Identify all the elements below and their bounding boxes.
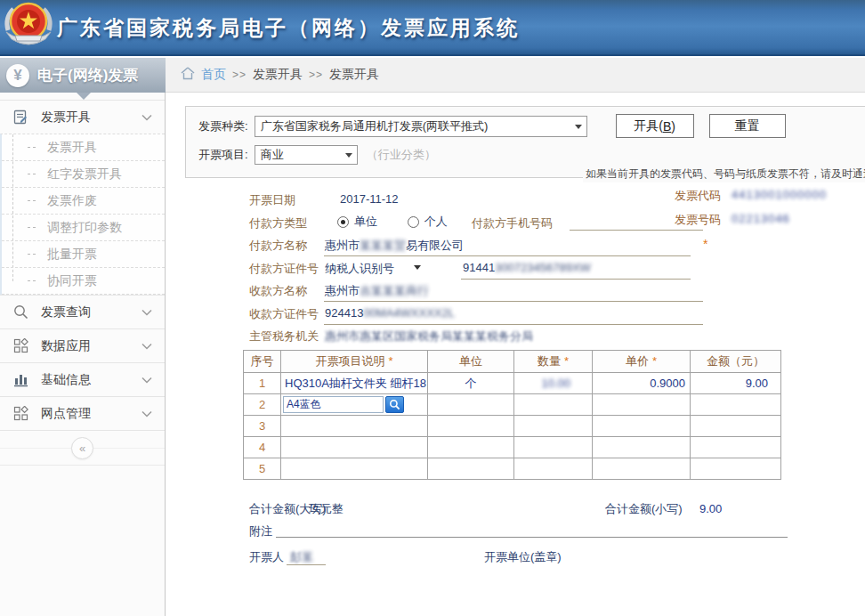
outlet-mgmt-icon xyxy=(13,406,31,421)
payer-name-input-underline[interactable] xyxy=(324,255,691,256)
basic-info-icon xyxy=(13,372,31,387)
invoice-type-label: 发票种类: xyxy=(198,118,248,134)
tree-tick xyxy=(28,227,36,228)
payee-id-label: 收款方证件号 xyxy=(249,306,319,322)
table-row: 1 HQ310A抽杆文件夹 细杆18 个 10.00 0.9000 9.00 xyxy=(244,373,781,394)
breadcrumb-level2[interactable]: 发票开具 xyxy=(329,67,379,83)
issuer-unit-label: 开票单位(盖章) xyxy=(484,549,562,565)
breadcrumb-level1[interactable]: 发票开具 xyxy=(253,67,303,83)
empty-cell xyxy=(593,458,691,480)
issuer-name-clear: 彭 xyxy=(290,550,302,563)
payer-id-clear: 91441 xyxy=(463,261,495,274)
required-asterisk: * xyxy=(564,354,569,368)
sidebar-group-label: 发票查询 xyxy=(41,304,141,320)
sidebar-group-label: 数据应用 xyxy=(41,338,141,354)
row-number: 4 xyxy=(244,437,281,458)
issuer-name-redacted: 某 xyxy=(302,550,313,563)
item-qty-redacted[interactable]: 10.00 xyxy=(514,373,593,394)
item-search-button[interactable] xyxy=(385,396,404,413)
payee-id-value[interactable]: 92441300MA4WXXXX2L xyxy=(325,306,455,320)
invoice-code-value-redacted: 4413001000000 xyxy=(732,188,827,201)
sidebar-nav: 发票开具 发票开具 红字发票开具 发票作废 调整打印参数 批量开票 协同开票 xyxy=(0,93,166,616)
sidebar-item-label: 发票开具 xyxy=(47,140,97,156)
main-content: 发票种类: 广东省国家税务局通用机打发票(两联平推式) 开具(B) 重置 开票项… xyxy=(166,93,865,616)
payer-phone-label: 付款方手机号码 xyxy=(472,215,553,231)
home-icon[interactable] xyxy=(181,67,195,83)
tree-tick xyxy=(28,174,36,174)
col-price: 单价* xyxy=(593,351,691,373)
issue-button-text: ) xyxy=(671,119,675,134)
col-unit: 单位 xyxy=(428,351,514,373)
yen-icon: ¥ xyxy=(6,64,29,87)
empty-cell xyxy=(593,394,691,416)
item-price[interactable]: 0.9000 xyxy=(593,373,691,394)
total-figures-value: 9.00 xyxy=(699,502,722,515)
issue-button[interactable]: 开具(B) xyxy=(616,114,694,138)
sidebar-group-invoice-query[interactable]: 发票查询 xyxy=(0,295,165,328)
issue-button-text: 开具( xyxy=(634,118,663,134)
payer-type-radio-unit[interactable]: 单位 xyxy=(337,214,377,230)
payer-type-radio-person[interactable]: 个人 xyxy=(408,214,448,230)
payee-name-clear: 惠州市 xyxy=(325,284,360,297)
sidebar-item-collaborative-issue[interactable]: 协同开票 xyxy=(2,268,165,295)
payer-id-redacted: 300723456789XW xyxy=(495,261,591,274)
notes-input[interactable] xyxy=(276,537,788,538)
invoice-issue-icon xyxy=(13,109,31,125)
radio-person-label: 个人 xyxy=(424,214,448,230)
sidebar-group-outlet-mgmt[interactable]: 网点管理 xyxy=(0,396,165,430)
sidebar-group-basic-info[interactable]: 基础信息 xyxy=(0,362,165,396)
sidebar-item-batch-issue[interactable]: 批量开票 xyxy=(2,241,165,268)
empty-cell xyxy=(428,458,514,480)
breadcrumb-home[interactable]: 首页 xyxy=(201,67,226,83)
table-row: 3 xyxy=(244,416,781,437)
payee-name-redacted: 吉某某某商行 xyxy=(360,284,429,297)
col-amount: 金额（元） xyxy=(691,351,781,373)
empty-cell xyxy=(691,458,781,480)
reset-button[interactable]: 重置 xyxy=(709,114,786,138)
radio-unselected-icon xyxy=(408,216,419,228)
sidebar-item-invoice-issue[interactable]: 发票开具 xyxy=(2,134,165,161)
sidebar-item-invoice-void[interactable]: 发票作废 xyxy=(2,188,165,215)
payee-id-input-underline[interactable] xyxy=(324,324,703,325)
sidebar-group-label: 发票开具 xyxy=(41,109,141,126)
payer-phone-input[interactable] xyxy=(570,230,703,231)
item-description-input[interactable]: A4蓝色 xyxy=(283,396,384,413)
invoice-number-label: 发票号码 xyxy=(675,212,721,228)
sidebar-item-label: 协同开票 xyxy=(47,273,97,289)
breadcrumb-separator: >> xyxy=(232,69,247,81)
sidebar-group-data-app[interactable]: 数据应用 xyxy=(0,328,165,362)
chevron-down-icon xyxy=(141,309,152,316)
col-item: 开票项目说明* xyxy=(281,351,428,373)
chevron-down-icon xyxy=(414,265,421,273)
payer-id-input-underline[interactable] xyxy=(461,279,691,280)
payee-name-value[interactable]: 惠州市吉某某某商行 xyxy=(325,283,429,299)
table-row: 5 xyxy=(244,458,781,480)
module-header: ¥ 电子(网络)发票 xyxy=(0,58,166,93)
sidebar-item-red-invoice-issue[interactable]: 红字发票开具 xyxy=(2,161,165,188)
invoice-type-select[interactable]: 广东省国家税务局通用机打发票(两联平推式) xyxy=(255,116,587,137)
item-unit[interactable]: 个 xyxy=(428,373,514,394)
payer-name-value[interactable]: 惠州市某某某贸易有限公司 xyxy=(325,238,464,254)
top-banner: 广东省国家税务局电子（网络）发票应用系统 xyxy=(0,0,865,56)
issue-button-accelerator: B xyxy=(663,119,671,134)
table-row: 2 A4蓝色 xyxy=(244,394,781,416)
row-number: 2 xyxy=(244,394,281,416)
payer-id-type-select[interactable]: 纳税人识别号 xyxy=(325,261,421,277)
sidebar-submenu: 发票开具 红字发票开具 发票作废 调整打印参数 批量开票 协同开票 xyxy=(0,134,165,295)
breadcrumb-separator: >> xyxy=(309,69,323,81)
payer-name-clear: 易有限公司 xyxy=(406,239,464,252)
payer-id-value[interactable]: 91441300723456789XW xyxy=(463,261,591,274)
item-category-select[interactable]: 商业 xyxy=(255,145,358,165)
payer-name-redacted: 某某某贸 xyxy=(360,239,406,252)
item-description-input[interactable]: HQ310A抽杆文件夹 细杆18 xyxy=(281,373,428,394)
item-description-cell: A4蓝色 xyxy=(281,394,428,416)
col-qty: 数量* xyxy=(514,351,593,373)
empty-cell xyxy=(281,458,428,480)
notes-label: 附注 xyxy=(249,523,272,539)
sidebar-item-print-params[interactable]: 调整打印参数 xyxy=(2,215,165,241)
sidebar-collapse-button[interactable]: « xyxy=(71,437,93,459)
row-number: 3 xyxy=(244,416,281,437)
payee-name-input-underline[interactable] xyxy=(324,301,703,302)
empty-cell xyxy=(281,437,428,458)
invoice-type-value: 广东省国家税务局通用机打发票(两联平推式) xyxy=(261,118,489,134)
